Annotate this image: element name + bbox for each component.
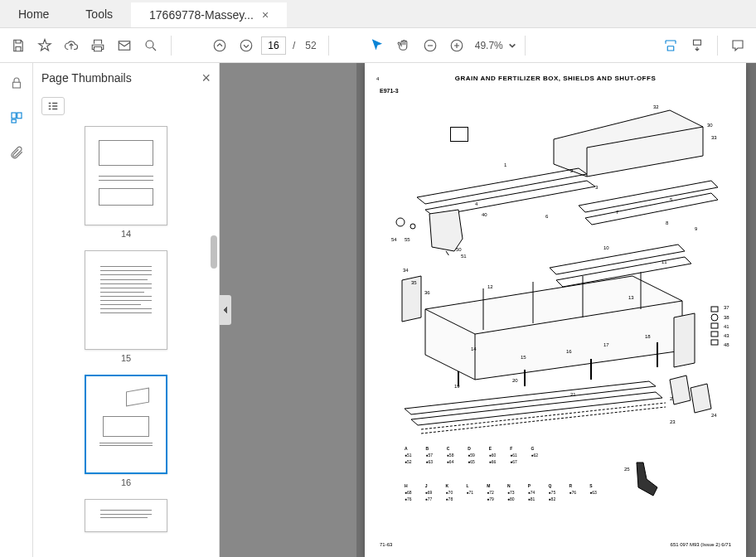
parts-table-1: A B C D E F G ●51 ●57 ●58 ●59 ●60 ●61 ●6… bbox=[405, 446, 545, 464]
table-cell: ●63 bbox=[425, 459, 439, 464]
callout: 10 bbox=[603, 245, 609, 250]
table-header: H bbox=[405, 483, 419, 488]
svg-point-3 bbox=[240, 40, 252, 51]
page-up-icon[interactable] bbox=[208, 34, 231, 57]
callout: 48 bbox=[724, 342, 729, 347]
tab-close-icon[interactable]: × bbox=[262, 8, 269, 22]
selection-tool-icon[interactable] bbox=[366, 34, 389, 57]
thumbnail-item[interactable]: 14 bbox=[33, 126, 219, 239]
parts-table-2: H J K L M N P Q R S ●68 ●69 ●70 ●71 bbox=[405, 483, 603, 501]
table-cell: ●78 bbox=[446, 496, 460, 501]
print-icon[interactable] bbox=[86, 34, 109, 57]
table-cell: ●66 bbox=[489, 459, 503, 464]
hand-tool-icon[interactable] bbox=[392, 34, 415, 57]
callout: 11 bbox=[662, 259, 667, 264]
table-cell: ●80 bbox=[507, 496, 521, 501]
thumbnails-header: Page Thumbnails × bbox=[33, 63, 219, 93]
table-cell: ●52 bbox=[405, 459, 419, 464]
page-title: GRAIN AND FERTILIZER BOX, SHIELDS AND SH… bbox=[375, 75, 736, 82]
table-cell: ●67 bbox=[510, 459, 524, 464]
callout: 25 bbox=[624, 467, 630, 472]
tab-home[interactable]: Home bbox=[0, 0, 67, 27]
callout: 6 bbox=[545, 214, 548, 219]
thumbnail-page-current[interactable] bbox=[85, 375, 167, 474]
callout: 30 bbox=[707, 123, 713, 128]
scrollbar-thumb[interactable] bbox=[211, 235, 217, 269]
zoom-in-icon[interactable] bbox=[445, 34, 468, 57]
svg-rect-10 bbox=[12, 119, 16, 123]
callout: 5 bbox=[670, 197, 672, 202]
callout: 2 bbox=[570, 168, 573, 173]
thumbnails-list[interactable]: 14 bbox=[33, 119, 219, 557]
thumbnail-page[interactable] bbox=[85, 126, 167, 225]
scroll-mode-icon[interactable] bbox=[686, 34, 709, 57]
callout: 40 bbox=[482, 212, 487, 217]
separator bbox=[717, 36, 718, 56]
callout: 8 bbox=[666, 220, 668, 225]
thumbnail-item[interactable]: 16 bbox=[33, 375, 219, 487]
table-cell: ●81 bbox=[528, 496, 542, 501]
table-cell: ●73 bbox=[507, 490, 521, 495]
thumbnails-icon[interactable] bbox=[7, 108, 27, 128]
svg-line-21 bbox=[446, 251, 454, 255]
cloud-upload-icon[interactable] bbox=[60, 34, 83, 57]
thumbnail-page[interactable] bbox=[85, 250, 167, 350]
table-header: K bbox=[446, 483, 460, 488]
attachment-icon[interactable] bbox=[7, 143, 27, 162]
table-cell: ●82 bbox=[549, 496, 563, 501]
thumbnails-options-button[interactable] bbox=[41, 97, 65, 115]
thumbnails-options bbox=[33, 93, 219, 119]
table-cell: ●57 bbox=[425, 453, 439, 458]
zoom-out-icon[interactable] bbox=[419, 34, 442, 57]
thumbnails-close-icon[interactable]: × bbox=[201, 70, 211, 87]
table-cell bbox=[589, 496, 603, 501]
svg-point-39 bbox=[711, 314, 718, 321]
thumbnail-item[interactable]: 15 bbox=[33, 250, 219, 363]
tab-document-label: 17669778-Massey... bbox=[149, 8, 254, 22]
star-icon[interactable] bbox=[33, 34, 56, 57]
thumbnails-scrollbar[interactable] bbox=[211, 119, 217, 557]
panel-collapse-handle[interactable] bbox=[220, 295, 231, 325]
svg-rect-8 bbox=[12, 113, 16, 119]
table-header: B bbox=[425, 446, 439, 451]
svg-marker-48 bbox=[691, 384, 711, 413]
callout: 17 bbox=[603, 342, 609, 347]
lock-icon[interactable] bbox=[7, 73, 27, 93]
table-cell: ●59 bbox=[468, 453, 482, 458]
svg-rect-38 bbox=[711, 307, 718, 312]
fit-width-icon[interactable] bbox=[659, 34, 682, 57]
tab-document[interactable]: 17669778-Massey... × bbox=[131, 0, 287, 27]
page-view[interactable]: 4 GRAIN AND FERTILIZER BOX, SHIELDS AND … bbox=[220, 63, 756, 557]
table-cell: ●62 bbox=[531, 453, 545, 458]
comment-icon[interactable] bbox=[726, 34, 749, 57]
document-page: 4 GRAIN AND FERTILIZER BOX, SHIELDS AND … bbox=[365, 63, 746, 557]
page-number-input[interactable] bbox=[261, 36, 286, 55]
table-header: L bbox=[466, 483, 480, 488]
zoom-level-dropdown[interactable]: 49.7% bbox=[472, 40, 516, 51]
search-icon[interactable] bbox=[139, 34, 162, 57]
table-cell: ●61 bbox=[510, 453, 524, 458]
thumbnail-page[interactable] bbox=[85, 499, 167, 532]
separator bbox=[171, 36, 172, 56]
svg-rect-41 bbox=[711, 332, 718, 337]
email-icon[interactable] bbox=[113, 34, 136, 57]
svg-rect-40 bbox=[711, 323, 718, 328]
table-cell: ●63 bbox=[589, 490, 603, 495]
table-cell: ●74 bbox=[528, 490, 542, 495]
thumbnail-item[interactable] bbox=[33, 499, 219, 532]
svg-marker-14 bbox=[417, 168, 587, 204]
table-header: C bbox=[447, 446, 461, 451]
page-gutter bbox=[220, 63, 356, 557]
svg-rect-6 bbox=[694, 40, 701, 45]
table-cell: ●79 bbox=[487, 496, 501, 501]
table-cell: ●75 bbox=[549, 490, 563, 495]
page-footer-left: 71-63 bbox=[380, 542, 392, 547]
save-icon[interactable] bbox=[7, 34, 30, 57]
tab-tools[interactable]: Tools bbox=[67, 0, 131, 27]
svg-point-18 bbox=[396, 218, 405, 226]
thumbnails-panel: Page Thumbnails × 14 bbox=[33, 63, 220, 557]
page-down-icon[interactable] bbox=[235, 34, 258, 57]
table-cell bbox=[569, 496, 583, 501]
callout: 55 bbox=[405, 237, 410, 242]
svg-point-2 bbox=[214, 40, 225, 51]
